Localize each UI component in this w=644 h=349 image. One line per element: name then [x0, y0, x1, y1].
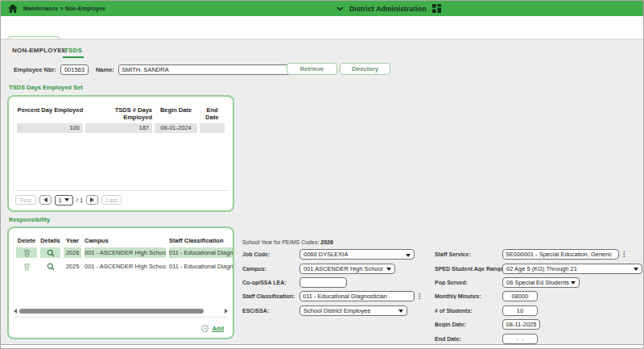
- employee-nbr-input[interactable]: [60, 64, 89, 75]
- scrollbar-track[interactable]: [19, 309, 222, 314]
- chevron-down-icon: [64, 198, 69, 202]
- delete-row-button[interactable]: [16, 261, 37, 272]
- tab-tsds[interactable]: TSDS: [63, 47, 84, 58]
- table-row[interactable]: 100 187 08-01-2024: [17, 123, 233, 133]
- scroll-left-icon[interactable]: [14, 309, 17, 314]
- staff-classification-input[interactable]: [299, 291, 415, 301]
- pop-served-select[interactable]: 06 Special Ed Students: [502, 277, 580, 288]
- retrieve-button[interactable]: Retrieve: [287, 63, 337, 75]
- employee-name-label: Name:: [96, 66, 114, 73]
- add-divider: [14, 317, 228, 318]
- next-page-button[interactable]: [86, 195, 98, 205]
- breadcrumb: Maintenance > Non-Employee: [23, 1, 105, 16]
- magnifier-icon: [47, 263, 55, 271]
- left-arrow-icon: [43, 197, 47, 202]
- days-employed-header-row: Percent Day Employed TSDS # Days Employe…: [17, 106, 233, 121]
- delete-row-button[interactable]: [16, 247, 37, 258]
- detail-form-left-column: Job Code: 0060 DYSLEXIA Campus: 001 ASCE…: [242, 247, 423, 318]
- school-year-line: School Year for PEIMS Codes: 2026: [242, 239, 333, 245]
- trash-icon: [23, 263, 31, 271]
- esc-ssa-label: ESC/SSA:: [242, 308, 299, 314]
- campus-cell: 001 - ASCENDER High School: [85, 247, 166, 258]
- percent-day-employed-cell: 100: [17, 123, 83, 133]
- page-number: 1: [59, 197, 62, 204]
- staff-service-label: Staff Service:: [435, 251, 502, 257]
- coop-ssa-lea-label: Co-op/SSA LEA:: [242, 280, 299, 285]
- pagination-divider: [14, 190, 228, 191]
- staff-service-input[interactable]: [502, 249, 619, 260]
- detail-form-right-column: Staff Service: ⋮ SPED Student Age Range:…: [435, 247, 642, 346]
- scrollbar-thumb[interactable]: [19, 309, 204, 314]
- year-cell: 2025: [64, 261, 81, 272]
- num-students-label: # of Students:: [435, 308, 502, 314]
- chevron-down-icon: [386, 268, 391, 271]
- app-title: District Administration: [349, 5, 427, 13]
- previous-page-button[interactable]: [39, 195, 52, 205]
- job-code-label: Job Code:: [242, 251, 299, 257]
- top-menu-bar: Maintenance > Non-Employee District Admi…: [1, 1, 643, 16]
- horizontal-scrollbar[interactable]: [14, 308, 228, 314]
- chevron-down-icon: [571, 281, 576, 285]
- table-row[interactable]: 2026 001 - ASCENDER High School 011 - Ed…: [16, 247, 233, 258]
- last-page-button[interactable]: Last: [101, 195, 122, 205]
- job-code-value: 0060 DYSLEXIA: [303, 251, 348, 258]
- employee-name-input[interactable]: [118, 64, 303, 75]
- add-row-button[interactable]: Add: [201, 325, 224, 332]
- column-header: Percent Day Employed: [17, 106, 83, 121]
- school-year-label: School Year for PEIMS Codes:: [242, 239, 319, 245]
- employee-nbr-label: Employee Nbr:: [14, 66, 56, 73]
- esc-ssa-select[interactable]: School District Employee: [299, 305, 407, 316]
- tsds-days-employed-cell: 187: [85, 123, 152, 133]
- vertical-ellipsis-icon[interactable]: ⋮: [621, 251, 627, 258]
- year-cell: 2026: [64, 247, 81, 258]
- sped-age-range-label: SPED Student Age Range:: [435, 266, 502, 272]
- pagination: First 1 / 1 Last: [15, 194, 122, 206]
- monthly-minutes-input[interactable]: [502, 291, 538, 301]
- apps-grid-icon[interactable]: [432, 4, 441, 13]
- column-header: Delete: [16, 237, 37, 244]
- responsibility-section-title: Responsibility: [9, 216, 50, 223]
- campus-value: 001 ASCENDER High School: [303, 265, 382, 272]
- begin-date-input[interactable]: [502, 319, 540, 330]
- column-header: Staff Classification: [169, 237, 234, 244]
- column-header: Campus: [85, 237, 166, 244]
- campus-cell: 001 - ASCENDER High School: [85, 261, 166, 272]
- monthly-minutes-label: Monthly Minutes:: [435, 293, 502, 299]
- table-row[interactable]: 2025 001 - ASCENDER High School 011 - Ed…: [16, 261, 233, 272]
- chevron-down-icon: [634, 268, 638, 271]
- begin-date-cell: 08-01-2024: [155, 123, 197, 133]
- tab-non-employee[interactable]: NON-EMPLOYEE: [12, 47, 66, 54]
- end-date-label: End Date:: [435, 336, 502, 342]
- job-code-select[interactable]: 0060 DYSLEXIA: [299, 249, 415, 260]
- home-icon[interactable]: [7, 3, 18, 14]
- page-count: / 1: [76, 197, 83, 204]
- vertical-ellipsis-icon[interactable]: ⋮: [416, 293, 423, 300]
- details-button[interactable]: [40, 247, 60, 258]
- scroll-right-icon[interactable]: [225, 309, 228, 314]
- circle-plus-icon: [201, 325, 208, 332]
- magnifier-icon: [47, 249, 55, 257]
- staff-classification-cell: 011 - Educational Diagnostician: [169, 261, 234, 272]
- directory-button[interactable]: Directory: [340, 63, 390, 75]
- days-employed-section-title: TSDS Days Employed Set: [9, 84, 83, 91]
- sped-age-range-select[interactable]: 02 Age 5 (KG) Through 21: [502, 264, 642, 274]
- coop-ssa-lea-input[interactable]: [299, 277, 347, 288]
- trash-icon: [23, 249, 31, 257]
- pop-served-value: 06 Special Ed Students: [506, 279, 569, 286]
- num-students-input[interactable]: [502, 305, 538, 316]
- school-year-value: 2026: [320, 239, 333, 245]
- staff-classification-cell: 011 - Educational Diagnostician: [169, 247, 234, 258]
- chevron-down-icon[interactable]: [336, 6, 344, 11]
- page-select[interactable]: 1: [55, 195, 73, 206]
- responsibility-grid: Delete Details Year Campus Staff Classif…: [7, 226, 234, 339]
- details-button[interactable]: [40, 261, 60, 272]
- column-header: Details: [40, 237, 60, 244]
- column-header: TSDS # Days Employed: [85, 106, 152, 121]
- first-page-button[interactable]: First: [15, 195, 36, 205]
- end-date-input[interactable]: [502, 334, 538, 344]
- campus-label: Campus:: [242, 266, 299, 272]
- pop-served-label: Pop Served:: [435, 280, 502, 285]
- esc-ssa-value: School District Employee: [303, 307, 370, 314]
- app-window: Maintenance > Non-Employee District Admi…: [0, 0, 644, 349]
- campus-select[interactable]: 001 ASCENDER High School: [299, 264, 395, 274]
